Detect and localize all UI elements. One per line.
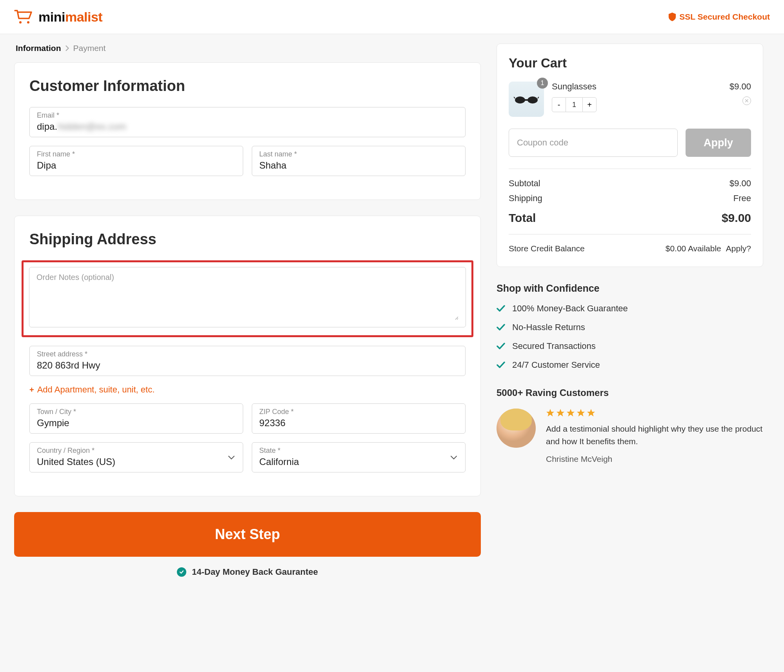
cart-title: Your Cart [509,56,751,71]
cart-icon [14,9,33,25]
total-row: Total$9.00 [509,211,751,225]
svg-point-0 [19,21,22,24]
avatar [497,409,536,448]
customer-info-title: Customer Information [29,78,466,94]
state-select[interactable]: State * California [252,442,466,472]
header: minimalist SSL Secured Checkout [0,0,784,34]
shield-icon [668,13,676,21]
cart-qty-badge: 1 [537,78,548,89]
order-notes-input[interactable] [36,273,458,320]
cart-item-thumb: 1 [509,82,544,117]
svg-point-3 [528,96,538,104]
zip-input[interactable] [259,418,458,429]
star-icon [577,409,585,417]
qty-increase-button[interactable]: + [582,97,597,112]
confidence-list: 100% Money-Back Guarantee No-Hassle Retu… [497,303,763,370]
quantity-stepper: - 1 + [552,97,722,112]
store-credit-row: Store Credit Balance $0.00 Available App… [509,244,751,253]
coupon-input[interactable] [509,129,678,157]
order-notes-highlight [22,260,473,337]
check-icon [497,343,505,350]
first-name-input[interactable] [37,160,236,171]
divider [509,169,751,169]
breadcrumb: Information Payment [16,44,481,53]
cart-item-name: Sunglasses [552,82,722,92]
confidence-item: 24/7 Customer Service [497,360,763,370]
shipping-title: Shipping Address [29,231,466,248]
brand-logo[interactable]: minimalist [14,9,102,25]
breadcrumb-next: Payment [73,44,106,53]
first-name-field[interactable]: First name * [29,146,243,176]
email-label: Email * [37,111,458,120]
chevron-right-icon [65,45,69,51]
star-icon [566,409,575,417]
star-icon [546,409,555,417]
confidence-item: Secured Transactions [497,341,763,351]
cart-item: 1 Sunglasses - 1 + [509,82,751,117]
testimonial-author: Christine McVeigh [546,454,763,464]
city-field[interactable]: Town / City * [29,403,243,434]
next-step-button[interactable]: Next Step [14,512,481,557]
confidence-item: 100% Money-Back Guarantee [497,303,763,314]
brand-text: minimalist [38,9,102,25]
zip-field[interactable]: ZIP Code * [252,403,466,434]
star-icon [556,409,565,417]
raving-title: 5000+ Raving Customers [497,387,763,398]
guarantee-note: 14-Day Money Back Gaurantee [14,567,481,577]
country-select[interactable]: Country / Region * United States (US) [29,442,243,472]
street-field[interactable]: Street address * [29,346,466,376]
confidence-title: Shop with Confidence [497,283,763,294]
remove-item-button[interactable]: ✕ [742,96,751,105]
add-apartment-link[interactable]: + Add Apartment, suite, unit, etc. [29,385,466,395]
confidence-item: No-Hassle Returns [497,322,763,332]
email-field[interactable]: Email * dipa.hidden@ex.com [29,107,466,137]
svg-point-2 [515,96,525,104]
city-input[interactable] [37,418,236,429]
svg-line-6 [538,97,539,98]
sunglasses-icon [514,94,539,104]
check-icon [497,324,505,331]
cart-card: Your Cart 1 Sunglasses - [497,44,763,267]
svg-point-1 [27,21,29,24]
last-name-input[interactable] [259,160,458,171]
qty-value: 1 [566,97,582,112]
qty-decrease-button[interactable]: - [552,97,566,112]
apply-credit-link[interactable]: Apply? [726,244,751,253]
svg-rect-4 [525,99,528,101]
cart-item-price: $9.00 [729,82,751,92]
check-circle-icon [177,567,186,577]
divider [509,234,751,234]
shipping-address-card: Shipping Address Street address * + Add … [14,216,481,496]
customer-info-card: Customer Information Email * dipa.hidden… [14,62,481,200]
breadcrumb-current: Information [16,44,61,53]
check-icon [497,361,505,369]
last-name-field[interactable]: Last name * [252,146,466,176]
apply-coupon-button[interactable]: Apply [686,129,751,157]
testimonial: Add a testimonial should highlight why t… [497,409,763,464]
street-input[interactable] [37,360,458,371]
star-rating [546,409,763,417]
star-icon [587,409,595,417]
order-notes-field[interactable] [29,267,466,327]
svg-line-5 [514,97,515,98]
subtotal-row: Subtotal$9.00 [509,178,751,189]
check-icon [497,305,505,312]
testimonial-text: Add a testimonial should highlight why t… [546,423,763,447]
ssl-badge: SSL Secured Checkout [668,12,770,22]
shipping-row: ShippingFree [509,193,751,203]
plus-icon: + [29,385,34,394]
